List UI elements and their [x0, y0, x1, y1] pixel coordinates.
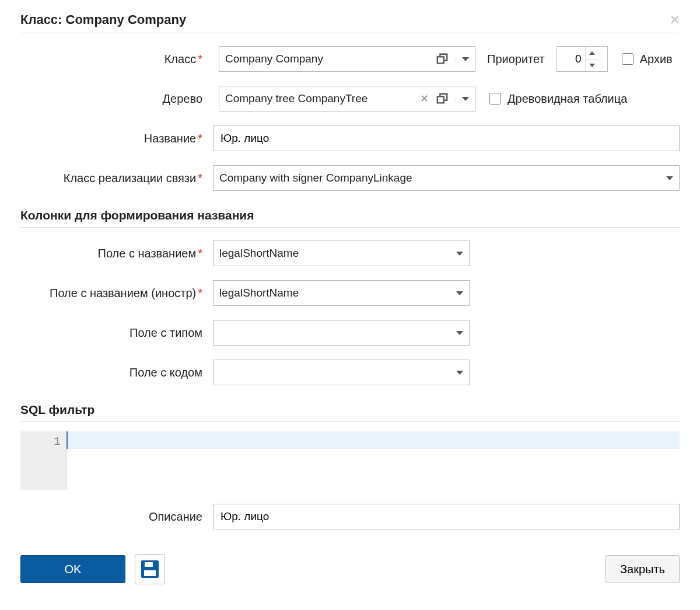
chevron-down-icon[interactable]: [456, 57, 469, 61]
priority-label: Приоритет: [487, 53, 545, 66]
editor-line[interactable]: [66, 431, 680, 449]
spinner-up-icon[interactable]: [586, 47, 599, 59]
description-input-wrap[interactable]: [213, 504, 680, 529]
dialog-title: Класс: Company Company: [20, 12, 186, 27]
chevron-down-icon[interactable]: [450, 291, 463, 295]
archive-checkbox[interactable]: Архив: [620, 51, 673, 67]
name-field-foreign-label: Поле с названием (иностр)*: [20, 287, 207, 300]
description-input[interactable]: [219, 510, 673, 524]
type-field-combo[interactable]: [213, 320, 470, 346]
description-label: Описание: [20, 510, 207, 524]
priority-spinner[interactable]: [556, 46, 608, 72]
class-combo[interactable]: Company Company: [219, 46, 475, 72]
tree-table-checkbox-input[interactable]: [489, 93, 501, 104]
chevron-down-icon[interactable]: [450, 371, 463, 375]
spinner-down-icon[interactable]: [586, 59, 599, 71]
chevron-down-icon[interactable]: [456, 97, 469, 101]
tree-table-checkbox[interactable]: Древовидная таблица: [487, 91, 627, 106]
tree-label: Дерево: [20, 92, 207, 106]
name-field-value: legalShortName: [219, 247, 443, 260]
name-field-combo[interactable]: legalShortName: [213, 240, 470, 266]
popup-icon[interactable]: [436, 92, 449, 105]
link-class-label: Класс реализации связи*: [20, 172, 207, 185]
name-field-label: Поле с названием*: [20, 247, 207, 260]
tree-table-label: Древовидная таблица: [508, 92, 627, 106]
tree-value: Company tree CompanyTree: [225, 92, 413, 105]
tree-combo[interactable]: Company tree CompanyTree ✕: [219, 86, 475, 111]
chevron-down-icon[interactable]: [450, 331, 463, 335]
editor-gutter: 1: [20, 431, 67, 490]
name-field-foreign-value: legalShortName: [219, 287, 443, 299]
code-field-label: Поле с кодом: [20, 366, 207, 379]
name-input-wrap[interactable]: [213, 126, 680, 151]
link-class-value: Company with signer CompanyLinkage: [219, 172, 653, 184]
close-icon[interactable]: ×: [670, 12, 680, 28]
name-field-foreign-combo[interactable]: legalShortName: [213, 280, 470, 306]
popup-icon[interactable]: [436, 53, 449, 65]
archive-label: Архив: [640, 53, 673, 66]
sql-editor[interactable]: 1: [20, 431, 680, 490]
priority-input[interactable]: [557, 47, 585, 71]
section-name-columns: Колонки для формирования названия: [20, 194, 680, 228]
svg-rect-1: [438, 96, 444, 103]
class-label: Класс*: [20, 53, 207, 66]
ok-button[interactable]: OK: [20, 555, 125, 583]
save-button[interactable]: [135, 554, 165, 584]
name-input[interactable]: [219, 131, 673, 145]
svg-rect-0: [438, 57, 444, 63]
floppy-icon: [141, 560, 159, 578]
link-class-combo[interactable]: Company with signer CompanyLinkage: [213, 165, 680, 191]
chevron-down-icon[interactable]: [450, 252, 463, 256]
section-sql-filter: SQL фильтр: [20, 389, 680, 422]
clear-icon[interactable]: ✕: [418, 92, 431, 105]
chevron-down-icon[interactable]: [660, 176, 673, 180]
archive-checkbox-input[interactable]: [622, 53, 634, 65]
type-field-label: Поле с типом: [20, 326, 207, 340]
name-label: Название*: [20, 132, 207, 145]
code-field-combo[interactable]: [213, 360, 470, 385]
class-value: Company Company: [225, 53, 431, 65]
close-button[interactable]: Закрыть: [606, 555, 680, 583]
